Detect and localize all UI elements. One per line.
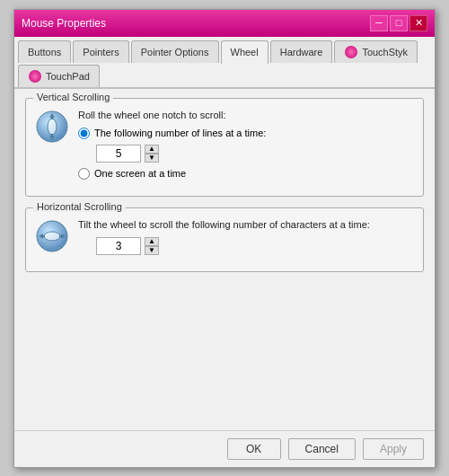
lines-value-input[interactable] xyxy=(96,145,141,163)
chars-increment-button[interactable]: ▲ xyxy=(145,237,159,246)
apply-button[interactable]: Apply xyxy=(363,438,424,460)
tab-touchpad[interactable]: TouchPad xyxy=(18,65,100,87)
tab-touchstyk-label: TouchStyk xyxy=(362,47,408,57)
maximize-button[interactable]: □ xyxy=(390,15,408,31)
footer: OK Cancel Apply xyxy=(14,430,435,467)
tab-pointers-label: Pointers xyxy=(83,47,119,57)
tab-pointer-options[interactable]: Pointer Options xyxy=(131,40,219,63)
vertical-scrolling-options: Roll the wheel one notch to scroll: The … xyxy=(78,110,414,185)
radio-screen[interactable] xyxy=(78,168,90,180)
lines-decrement-button[interactable]: ▼ xyxy=(145,154,159,163)
horizontal-scrolling-label: Horizontal Scrolling xyxy=(33,201,126,212)
lines-increment-button[interactable]: ▲ xyxy=(145,145,159,154)
mouse-properties-window: Mouse Properties ─ □ ✕ Buttons Pointers … xyxy=(13,9,436,468)
radio-lines[interactable] xyxy=(78,128,90,139)
lines-spinner-row: ▲ ▼ xyxy=(96,145,414,163)
svg-point-1 xyxy=(48,119,57,135)
chars-decrement-button[interactable]: ▼ xyxy=(145,246,159,255)
vertical-scrolling-group: Vertical Scrolling xyxy=(25,98,424,197)
tab-touchpad-label: TouchPad xyxy=(46,71,90,82)
tab-pointer-options-label: Pointer Options xyxy=(141,47,209,57)
radio-lines-label: The following number of lines at a time: xyxy=(94,128,266,138)
content-area: Vertical Scrolling xyxy=(14,89,435,430)
horizontal-scrolling-group: Horizontal Scrolling xyxy=(25,207,424,272)
window-title: Mouse Properties xyxy=(22,17,106,30)
radio-screen-label: One screen at a time xyxy=(94,168,186,179)
vertical-scrolling-content: Roll the wheel one notch to scroll: The … xyxy=(35,110,414,185)
minimize-button[interactable]: ─ xyxy=(370,15,388,31)
tab-touchstyk[interactable]: TouchStyk xyxy=(334,40,418,63)
horizontal-scroll-icon xyxy=(35,219,69,253)
tab-bar: Buttons Pointers Pointer Options Wheel H… xyxy=(14,37,435,89)
horizontal-scrolling-content: Tilt the wheel to scroll the following n… xyxy=(35,219,414,260)
lines-spinner-buttons: ▲ ▼ xyxy=(145,145,159,163)
vertical-description: Roll the wheel one notch to scroll: xyxy=(78,110,414,120)
radio-lines-row: The following number of lines at a time: xyxy=(78,128,414,139)
tab-wheel-label: Wheel xyxy=(231,47,259,57)
vertical-scroll-icon xyxy=(35,110,69,144)
touchpad-icon xyxy=(28,69,42,84)
tab-buttons[interactable]: Buttons xyxy=(18,40,71,63)
touchstyk-icon xyxy=(344,45,358,59)
tab-hardware[interactable]: Hardware xyxy=(270,40,333,63)
radio-screen-row: One screen at a time xyxy=(78,168,414,180)
tab-buttons-label: Buttons xyxy=(28,47,61,57)
window-controls: ─ □ ✕ xyxy=(370,15,427,31)
chars-value-input[interactable] xyxy=(96,237,141,255)
svg-point-7 xyxy=(44,232,60,241)
horizontal-description: Tilt the wheel to scroll the following n… xyxy=(78,219,414,230)
cancel-button[interactable]: Cancel xyxy=(288,438,356,460)
chars-spinner-buttons: ▲ ▼ xyxy=(145,237,159,255)
tab-pointers[interactable]: Pointers xyxy=(73,40,128,63)
title-bar: Mouse Properties ─ □ ✕ xyxy=(14,10,435,37)
horizontal-scrolling-options: Tilt the wheel to scroll the following n… xyxy=(78,219,414,260)
chars-spinner-row: ▲ ▼ xyxy=(96,237,414,255)
ok-button[interactable]: OK xyxy=(227,438,281,460)
vertical-scrolling-label: Vertical Scrolling xyxy=(33,92,113,102)
close-button[interactable]: ✕ xyxy=(409,15,427,31)
tab-hardware-label: Hardware xyxy=(280,47,323,57)
tab-wheel[interactable]: Wheel xyxy=(221,40,269,65)
